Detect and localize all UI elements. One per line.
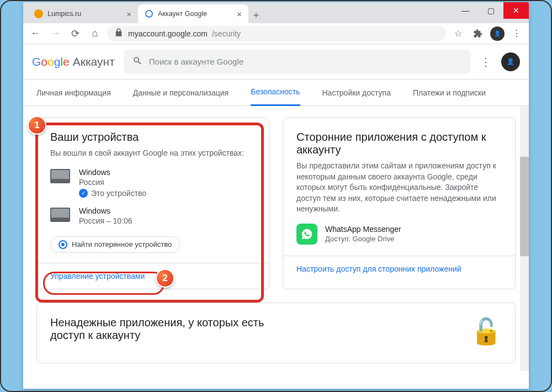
reload-button[interactable]: ⟳ [67, 26, 83, 41]
browser-tab-lumpics[interactable]: Lumpics.ru × [28, 4, 138, 23]
whatsapp-icon [296, 224, 317, 245]
tab-favicon [145, 9, 153, 18]
tab-title: Аккаунт Google [158, 10, 207, 18]
logo-suffix: Аккаунт [73, 55, 115, 68]
maximize-button[interactable]: ▢ [478, 2, 503, 19]
titlebar: Lumpics.ru × Аккаунт Google × + — ▢ ✕ [23, 2, 529, 23]
url-domain: myaccount.google.com [128, 29, 208, 38]
target-icon [59, 240, 67, 249]
forward-button[interactable]: → [47, 26, 63, 41]
device-item[interactable]: Windows Россия – 10:06 [50, 206, 256, 225]
google-account-logo[interactable]: Google Аккаунт [32, 55, 115, 68]
close-tab-icon[interactable]: × [237, 9, 242, 19]
app-header: Google Аккаунт Поиск в аккаунте Google ⋮… [23, 44, 529, 80]
kebab-menu-icon[interactable]: ⋮ [509, 26, 524, 41]
device-location: Россия – 10:06 [79, 216, 132, 225]
search-input[interactable]: Поиск в аккаунте Google [124, 50, 470, 74]
device-item[interactable]: Windows Россия ✓ Это устройство [50, 168, 256, 198]
app-name: WhatsApp Messenger [325, 225, 401, 234]
check-circle-icon: ✓ [79, 189, 88, 198]
third-party-apps-card: Сторонние приложения с доступом к аккаун… [283, 117, 516, 289]
close-window-button[interactable]: ✕ [503, 2, 529, 19]
profile-avatar-icon[interactable]: 👤 [490, 27, 505, 41]
browser-window: Lumpics.ru × Аккаунт Google × + — ▢ ✕ ← … [23, 2, 529, 389]
account-avatar[interactable]: 👤 [501, 52, 520, 71]
configure-third-party-link[interactable]: Настроить доступ для сторонних приложени… [296, 264, 461, 273]
kebab-menu-icon[interactable]: ⋮ [479, 55, 492, 68]
this-device-label: Это устройство [91, 189, 146, 198]
tab-favicon [34, 9, 43, 18]
close-tab-icon[interactable]: × [126, 9, 131, 19]
find-lost-device-chip[interactable]: Найти потерянное устройство [50, 236, 180, 253]
minimize-button[interactable]: — [453, 2, 478, 19]
tab-title: Lumpics.ru [47, 10, 81, 18]
address-bar[interactable]: myaccount.google.com/security [107, 26, 446, 41]
card-description: Вы предоставили этим сайтам и приложения… [296, 161, 502, 215]
chip-label: Найти потерянное устройство [72, 240, 172, 248]
tab-payments[interactable]: Платежи и подписки [413, 80, 486, 106]
search-icon [132, 56, 142, 68]
card-description: Вы вошли в свой аккаунт Google на этих у… [50, 148, 256, 159]
annotation-badge-1: 1 [28, 116, 46, 135]
card-title: Ненадежные приложения, у которых есть до… [50, 316, 282, 342]
search-placeholder: Поиск в аккаунте Google [149, 57, 243, 66]
nav-tabs: Личная информация Данные и персонализаци… [23, 80, 529, 106]
unlock-icon: 🔓 [470, 316, 502, 346]
omnibox-row: ← → ⟳ ⌂ myaccount.google.com/security ☆ … [23, 23, 529, 44]
new-tab-button[interactable]: + [248, 8, 264, 23]
your-devices-card: Ваши устройства Вы вошли в свой аккаунт … [36, 117, 269, 289]
browser-tab-google-account[interactable]: Аккаунт Google × [138, 4, 248, 23]
manage-devices-link[interactable]: Управление устройствами [50, 272, 145, 280]
scrollbar-thumb[interactable] [520, 157, 529, 256]
tab-personal-info[interactable]: Личная информация [36, 80, 111, 106]
back-button[interactable]: ← [28, 26, 43, 41]
extensions-icon[interactable] [470, 26, 486, 41]
lock-icon [114, 28, 124, 39]
laptop-icon [50, 208, 70, 222]
url-path: /security [212, 29, 241, 38]
card-title: Сторонние приложения с доступом к аккаун… [296, 131, 502, 156]
app-access: Доступ: Google Drive [325, 235, 401, 243]
laptop-icon [50, 169, 70, 183]
tab-security[interactable]: Безопасность [251, 80, 300, 106]
annotation-badge-2: 2 [156, 269, 174, 288]
content-area: Ваши устройства Вы вошли в свой аккаунт … [23, 106, 529, 389]
device-name: Windows [79, 206, 132, 215]
home-button[interactable]: ⌂ [87, 26, 103, 41]
tab-data-personalization[interactable]: Данные и персонализация [133, 80, 229, 106]
less-secure-apps-card: Ненадежные приложения, у которых есть до… [36, 303, 516, 363]
app-item-whatsapp[interactable]: WhatsApp Messenger Доступ: Google Drive [296, 224, 502, 245]
tab-access-settings[interactable]: Настройки доступа [322, 80, 391, 106]
bookmark-star-icon[interactable]: ☆ [450, 26, 466, 41]
device-location: Россия [79, 178, 146, 187]
card-title: Ваши устройства [50, 131, 256, 144]
device-name: Windows [79, 168, 146, 177]
